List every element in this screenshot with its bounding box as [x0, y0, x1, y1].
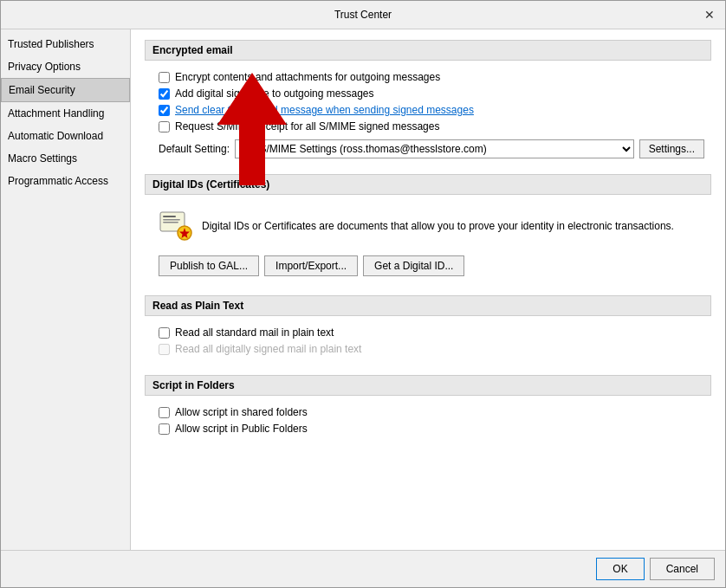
- digital-ids-section: Digital IDs (Certificates) Digital IDs: [145, 174, 711, 283]
- digital-ids-description: Digital IDs or Certificates are document…: [202, 220, 674, 232]
- read-all-standard-checkbox[interactable]: [159, 327, 170, 339]
- read-plain-text-section: Read as Plain Text Read all standard mai…: [145, 295, 711, 363]
- svg-rect-4: [163, 222, 178, 223]
- sidebar-item-privacy-options[interactable]: Privacy Options: [1, 55, 130, 78]
- script-in-folders-content: Allow script in shared folders Allow scr…: [145, 403, 711, 443]
- digital-ids-content: Digital IDs or Certificates are document…: [145, 202, 711, 283]
- allow-script-shared-row: Allow script in shared folders: [159, 406, 704, 418]
- script-in-folders-header: Script in Folders: [145, 375, 711, 396]
- encrypt-contents-row: Encrypt contents and attachments for out…: [159, 71, 704, 83]
- encrypted-email-section: Encrypted email Encrypt contents and att…: [145, 40, 711, 162]
- default-setting-select[interactable]: My S/MIME Settings (ross.thomas@thesslst…: [235, 139, 634, 158]
- read-all-standard-label: Read all standard mail in plain text: [175, 326, 334, 339]
- allow-script-shared-checkbox[interactable]: [159, 407, 170, 418]
- close-button[interactable]: ✕: [701, 6, 718, 23]
- read-plain-text-content: Read all standard mail in plain text Rea…: [145, 323, 711, 363]
- read-all-digitally-checkbox: [159, 344, 170, 355]
- sidebar-item-trusted-publishers[interactable]: Trusted Publishers: [1, 33, 130, 55]
- request-smime-row: Request S/MIME receipt for all S/MIME si…: [159, 120, 704, 132]
- sidebar-item-attachment-handling[interactable]: Attachment Handling: [1, 102, 130, 125]
- read-all-digitally-label: Read all digitally signed mail in plain …: [175, 343, 361, 355]
- add-digital-signature-checkbox[interactable]: [159, 88, 170, 100]
- sidebar: Trusted Publishers Privacy Options Email…: [1, 29, 131, 550]
- ok-button[interactable]: OK: [596, 558, 644, 580]
- request-smime-label: Request S/MIME receipt for all S/MIME si…: [175, 120, 439, 132]
- certificate-icon: [159, 209, 193, 243]
- trust-center-dialog: Trust Center ✕ Trusted Publishers Privac…: [0, 0, 726, 588]
- sidebar-item-programmatic-access[interactable]: Programmatic Access: [1, 170, 130, 192]
- script-in-folders-section: Script in Folders Allow script in shared…: [145, 375, 711, 443]
- send-clear-text-row: Send clear text signed message when send…: [159, 104, 704, 116]
- read-all-digitally-row: Read all digitally signed mail in plain …: [159, 343, 704, 355]
- digital-ids-info: Digital IDs or Certificates are document…: [159, 209, 697, 243]
- dialog-body: Trusted Publishers Privacy Options Email…: [1, 29, 725, 550]
- cancel-button[interactable]: Cancel: [650, 558, 715, 580]
- add-digital-signature-row: Add digital signature to outgoing messag…: [159, 87, 704, 100]
- encrypt-contents-label: Encrypt contents and attachments for out…: [175, 71, 440, 83]
- allow-script-public-checkbox[interactable]: [159, 423, 170, 435]
- encrypted-email-content: Encrypt contents and attachments for out…: [145, 68, 711, 162]
- sidebar-item-automatic-download[interactable]: Automatic Download: [1, 125, 130, 147]
- svg-rect-2: [163, 216, 176, 217]
- request-smime-checkbox[interactable]: [159, 121, 170, 132]
- encrypted-email-header: Encrypted email: [145, 40, 711, 61]
- default-setting-label: Default Setting:: [159, 143, 230, 155]
- encrypt-contents-checkbox[interactable]: [159, 72, 170, 83]
- allow-script-public-row: Allow script in Public Folders: [159, 423, 704, 435]
- allow-script-shared-label: Allow script in shared folders: [175, 406, 308, 418]
- import-export-button[interactable]: Import/Export...: [264, 255, 358, 276]
- digital-ids-header: Digital IDs (Certificates): [145, 174, 711, 195]
- title-bar: Trust Center ✕: [1, 1, 725, 29]
- main-content: Encrypted email Encrypt contents and att…: [131, 29, 725, 550]
- sidebar-item-email-security[interactable]: Email Security: [1, 78, 130, 102]
- send-clear-text-label: Send clear text signed message when send…: [175, 104, 474, 116]
- send-clear-text-checkbox[interactable]: [159, 105, 170, 116]
- read-plain-text-header: Read as Plain Text: [145, 295, 711, 316]
- sidebar-item-macro-settings[interactable]: Macro Settings: [1, 147, 130, 170]
- settings-button[interactable]: Settings...: [639, 139, 704, 158]
- read-all-standard-row: Read all standard mail in plain text: [159, 326, 704, 339]
- svg-rect-3: [163, 219, 180, 221]
- default-setting-row: Default Setting: My S/MIME Settings (ros…: [159, 139, 704, 158]
- add-digital-signature-label: Add digital signature to outgoing messag…: [175, 87, 373, 100]
- digital-ids-buttons: Publish to GAL... Import/Export... Get a…: [159, 255, 697, 276]
- publish-gal-button[interactable]: Publish to GAL...: [159, 255, 259, 276]
- dialog-title: Trust Center: [25, 9, 701, 21]
- allow-script-public-label: Allow script in Public Folders: [175, 423, 308, 435]
- get-digital-id-button[interactable]: Get a Digital ID...: [363, 255, 464, 276]
- dialog-footer: OK Cancel: [1, 550, 725, 587]
